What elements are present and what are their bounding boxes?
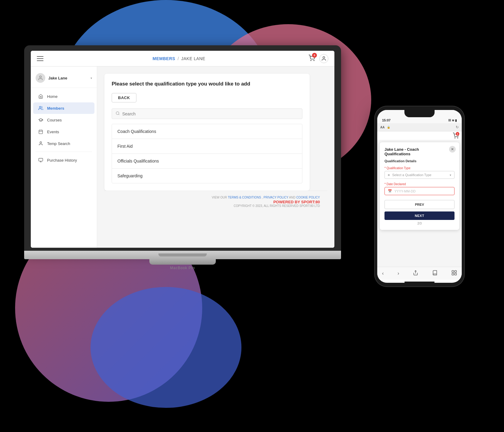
sidebar-divider [36, 152, 92, 152]
wifi-icon: ≋ [452, 119, 454, 122]
search-icon [116, 111, 120, 116]
sidebar: Jake Lane ▾ Home [31, 66, 97, 248]
qualification-item-safeguarding[interactable]: Safeguarding [112, 169, 302, 183]
phone-footer-actions: PREV NEXT [384, 200, 455, 220]
phone-modal-title: Jake Lane - Coach Qualifications [384, 147, 455, 156]
sidebar-username: Jake Lane [48, 76, 91, 80]
phone-date-input[interactable]: 📅 YYYY-MM-DD [384, 187, 455, 195]
phone-tabs-button[interactable] [451, 270, 457, 277]
footer-links: VIEW OUR TERMS & CONDITIONS , PRIVACY PO… [112, 196, 320, 199]
sidebar-item-purchase-history[interactable]: Purchase History [33, 154, 94, 166]
qualification-item-officials[interactable]: Officials Qualifications [112, 154, 302, 169]
phone-refresh-icon[interactable]: ↻ [456, 125, 459, 129]
phone-prev-button[interactable]: PREV [384, 200, 455, 209]
phone-page-indicator: 2/3 [384, 222, 455, 225]
phone-content: ✕ Jake Lane - Coach Qualifications Quali… [377, 140, 462, 267]
user-avatar-icon [38, 75, 43, 81]
qualification-item-coach[interactable]: Coach Qualifications [112, 124, 302, 139]
svg-point-1 [314, 60, 314, 61]
hamburger-line-2 [37, 58, 43, 59]
phone-screen: 15:07 lll ≋ ▮ AA 🔒 ↻ 0 [377, 110, 462, 283]
battery-icon: ▮ [455, 119, 457, 122]
footer-privacy-link[interactable]: PRIVACY POLICY [263, 196, 288, 199]
page-title: Please select the qualification type you… [112, 81, 302, 87]
app-body: Jake Lane ▾ Home [31, 66, 334, 248]
qualification-item-first-aid[interactable]: First Aid [112, 139, 302, 154]
phone-qual-type-select[interactable]: ≡ Select a Qualification Type ▾ [384, 171, 455, 179]
cart-button[interactable]: 0 [308, 55, 315, 63]
phone-aa[interactable]: AA [380, 126, 384, 129]
breadcrumb-separator: / [178, 56, 179, 61]
home-icon [38, 94, 43, 99]
phone-qual-type-label: Qualification Type [384, 166, 455, 170]
laptop-stand [149, 259, 216, 265]
footer-view-our: VIEW OUR [212, 196, 227, 199]
sidebar-item-events[interactable]: Events [33, 126, 94, 137]
header-actions: 0 [308, 54, 328, 63]
search-input[interactable] [122, 111, 298, 116]
footer-copyright: COPYRIGHT © 2023, ALL RIGHTS RESERVED SP… [112, 204, 320, 208]
cart-badge: 0 [312, 53, 317, 58]
phone-qual-type-placeholder: Select a Qualification Type [392, 173, 447, 177]
svg-point-3 [40, 76, 41, 78]
phone: 15:07 lll ≋ ▮ AA 🔒 ↻ 0 [374, 106, 465, 287]
sidebar-item-events-label: Events [47, 130, 59, 134]
footer-terms-link[interactable]: TERMS & CONDITIONS [228, 196, 261, 199]
avatar [36, 73, 45, 83]
back-button[interactable]: BACK [112, 93, 136, 102]
laptop-base [24, 251, 341, 259]
sidebar-item-temp-search[interactable]: Temp Search [33, 138, 94, 149]
phone-date-label: Date Declared [384, 182, 455, 186]
laptop-label: MacBook Pro [24, 266, 341, 270]
sidebar-item-temp-search-label: Temp Search [47, 141, 70, 146]
phone-modal-subtitle: Qualification Details [384, 159, 455, 163]
phone-book-button[interactable] [432, 270, 438, 277]
app-header: MEMBERS / JAKE LANE 0 [31, 51, 334, 66]
phone-notch [404, 110, 435, 117]
phone-next-button[interactable]: NEXT [384, 211, 455, 220]
laptop-bezel: MEMBERS / JAKE LANE 0 [24, 45, 341, 251]
search-box [112, 108, 302, 119]
sidebar-item-courses[interactable]: Courses [33, 114, 94, 126]
phone-share-button[interactable] [413, 270, 418, 277]
qualification-list: Coach Qualifications First Aid Officials… [112, 124, 302, 183]
phone-back-button[interactable]: ‹ [382, 271, 384, 276]
phone-browser-bar: AA 🔒 ↻ [377, 123, 462, 131]
phone-cart-badge: 0 [456, 132, 459, 136]
chevron-down-icon: ▾ [91, 76, 92, 80]
calendar-icon: 📅 [388, 189, 392, 193]
sidebar-user[interactable]: Jake Lane ▾ [31, 70, 97, 88]
sidebar-item-members[interactable]: Members [33, 102, 94, 114]
svg-point-13 [455, 138, 455, 138]
purchase-history-icon [38, 157, 43, 163]
content-card: Please select the qualification type you… [104, 74, 310, 191]
svg-rect-19 [455, 273, 456, 275]
user-menu-button[interactable] [319, 54, 328, 63]
sidebar-item-courses-label: Courses [47, 118, 62, 122]
sidebar-item-home[interactable]: Home [33, 91, 94, 102]
phone-lock-icon: 🔒 [387, 126, 390, 129]
svg-point-4 [39, 106, 41, 108]
bg-blob-blue-bottom [91, 287, 241, 408]
svg-line-12 [119, 114, 120, 115]
footer: VIEW OUR TERMS & CONDITIONS , PRIVACY PO… [104, 191, 327, 212]
menu-button[interactable] [37, 56, 43, 61]
breadcrumb-current: JAKE LANE [181, 56, 205, 61]
phone-modal: ✕ Jake Lane - Coach Qualifications Quali… [380, 142, 459, 230]
svg-rect-17 [455, 271, 456, 272]
svg-point-9 [40, 142, 41, 143]
main-content: Please select the qualification type you… [97, 66, 334, 248]
svg-point-11 [116, 112, 119, 114]
footer-cookie-link[interactable]: COOKIE POLICY [296, 196, 320, 199]
events-icon [38, 129, 43, 134]
hamburger-line-3 [37, 60, 43, 61]
user-icon [321, 56, 327, 61]
breadcrumb-members[interactable]: MEMBERS [153, 56, 175, 61]
laptop-screen: MEMBERS / JAKE LANE 0 [31, 51, 334, 248]
footer-powered: POWERED BY SPORT:80 [273, 200, 320, 204]
phone-bezel: 15:07 lll ≋ ▮ AA 🔒 ↻ 0 [374, 106, 465, 287]
phone-forward-button[interactable]: › [397, 271, 399, 276]
hamburger-line-1 [37, 56, 43, 57]
sidebar-item-home-label: Home [47, 94, 58, 99]
phone-close-button[interactable]: ✕ [449, 146, 456, 153]
